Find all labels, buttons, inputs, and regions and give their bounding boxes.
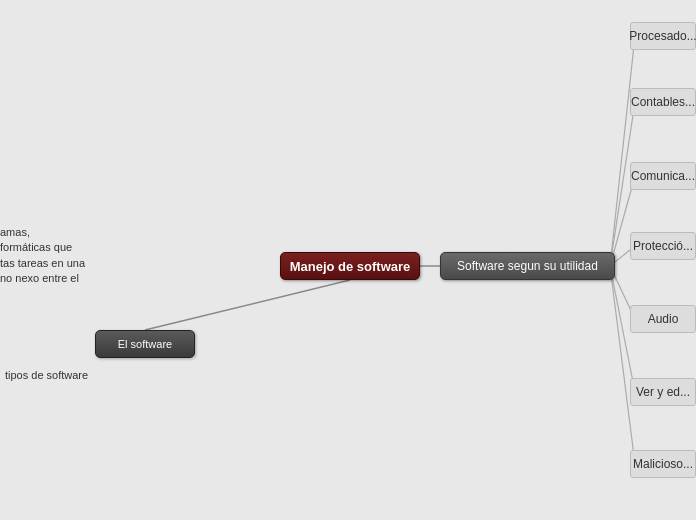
audio-node[interactable]: Audio [630, 305, 696, 333]
el-software-node[interactable]: El software [95, 330, 195, 358]
comunicacion-node[interactable]: Comunica... [630, 162, 696, 190]
maliciosos-node[interactable]: Malicioso... [630, 450, 696, 478]
manejo-de-software-node[interactable]: Manejo de software [280, 252, 420, 280]
ver-editar-node[interactable]: Ver y ed... [630, 378, 696, 406]
svg-line-1 [145, 280, 350, 330]
svg-line-8 [610, 266, 635, 464]
proteccion-node[interactable]: Protecció... [630, 232, 696, 260]
mind-map-canvas: amas, formáticas que tas tareas en una n… [0, 0, 696, 520]
left-description-text: amas, formáticas que tas tareas en una n… [0, 225, 85, 287]
contables-node[interactable]: Contables... [630, 88, 696, 116]
procesadores-node[interactable]: Procesado... [630, 22, 696, 50]
software-utilidad-node[interactable]: Software segun su utilidad [440, 252, 615, 280]
bottom-left-text: tipos de software [5, 368, 88, 383]
